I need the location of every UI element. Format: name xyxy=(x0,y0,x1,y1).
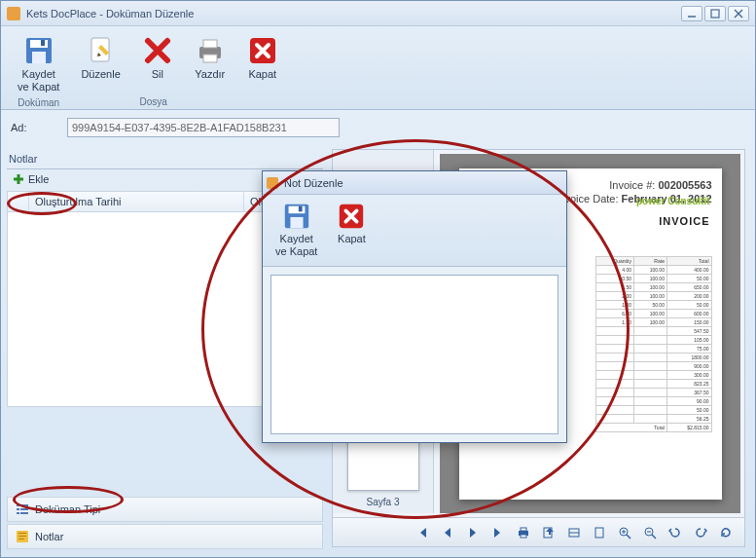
app-icon xyxy=(267,177,278,189)
svg-rect-20 xyxy=(20,512,28,514)
svg-rect-7 xyxy=(41,40,45,46)
window-titlebar: Kets DocPlace - Doküman Düzenle xyxy=(1,1,755,26)
print-page-button[interactable] xyxy=(515,524,532,541)
close-icon xyxy=(337,202,366,231)
ribbon-close-label: Kapat xyxy=(248,68,276,81)
edit-label: Düzenle xyxy=(81,68,120,81)
col-created-date[interactable]: Oluşturulma Tarihi xyxy=(29,192,244,211)
tab-notes[interactable]: Notlar xyxy=(7,524,323,549)
zoom-out-button[interactable] xyxy=(641,524,659,541)
dialog-close-ribbon-button[interactable]: Kapat xyxy=(332,199,371,262)
svg-rect-31 xyxy=(595,528,603,538)
list-icon xyxy=(16,502,29,516)
dialog-close-label: Kapat xyxy=(338,233,366,245)
app-icon xyxy=(7,7,20,20)
zoom-in-button[interactable] xyxy=(616,524,633,541)
invoice-title: INVOICE xyxy=(659,215,709,227)
dialog-save-close-label: Kaydetve Kapat xyxy=(275,233,317,257)
ribbon-close-button[interactable]: Kapat xyxy=(242,32,283,84)
note-textarea[interactable] xyxy=(270,275,558,434)
svg-rect-23 xyxy=(18,536,26,537)
fit-width-button[interactable] xyxy=(565,524,583,541)
tab-notes-label: Notlar xyxy=(35,531,63,542)
window-title: Kets DocPlace - Doküman Düzenle xyxy=(26,8,679,19)
tab-document-type[interactable]: Doküman Tipi xyxy=(7,497,323,522)
svg-rect-19 xyxy=(17,512,19,514)
name-row: Ad: xyxy=(1,110,755,145)
print-label: Yazdır xyxy=(195,68,225,81)
dialog-titlebar[interactable]: Not Düzenle xyxy=(263,171,566,195)
name-input[interactable] xyxy=(67,118,340,137)
svg-rect-11 xyxy=(203,55,217,62)
save-icon xyxy=(282,202,311,231)
ribbon-group-document: Kaydetve Kapat Doküman xyxy=(7,28,70,109)
add-note-button[interactable]: Ekle xyxy=(7,169,54,189)
svg-rect-17 xyxy=(17,508,19,510)
page-thumbnail-label: Sayfa 3 xyxy=(367,497,400,507)
svg-rect-15 xyxy=(17,504,19,506)
ribbon-group-document-label: Doküman xyxy=(18,95,59,110)
last-page-button[interactable] xyxy=(489,524,507,541)
svg-rect-45 xyxy=(290,217,303,228)
svg-rect-27 xyxy=(521,535,526,538)
invoice-table: Quantity Rate Total 4.00100.00400.000.50… xyxy=(595,256,712,432)
refresh-button[interactable] xyxy=(717,524,735,541)
close-button[interactable] xyxy=(728,6,749,21)
delete-label: Sil xyxy=(152,68,163,81)
svg-rect-22 xyxy=(18,533,26,534)
rotate-right-button[interactable] xyxy=(692,524,709,541)
save-close-label: Kaydetve Kapat xyxy=(18,68,59,93)
svg-line-33 xyxy=(627,535,630,539)
svg-line-37 xyxy=(652,535,656,539)
close-icon xyxy=(247,35,278,66)
svg-rect-44 xyxy=(288,206,305,214)
svg-rect-16 xyxy=(20,504,28,506)
edit-icon xyxy=(86,35,117,66)
prev-page-button[interactable] xyxy=(439,524,456,541)
maximize-button[interactable] xyxy=(704,6,726,21)
minimize-button[interactable] xyxy=(681,6,702,21)
tab-document-type-label: Doküman Tipi xyxy=(35,503,100,515)
notes-header: Notlar xyxy=(7,149,323,169)
plus-icon xyxy=(13,173,24,185)
ribbon: Kaydetve Kapat Doküman Düzenle Sil xyxy=(1,26,755,110)
save-close-button[interactable]: Kaydetve Kapat xyxy=(13,32,64,95)
svg-rect-46 xyxy=(299,206,303,212)
svg-rect-18 xyxy=(20,508,28,510)
note-icon xyxy=(16,530,29,543)
dialog-ribbon: Kaydetve Kapat Kapat xyxy=(263,195,566,267)
edit-note-dialog: Not Düzenle Kaydetve Kapat Kapat xyxy=(262,170,567,443)
dialog-title: Not Düzenle xyxy=(284,177,562,189)
fit-page-button[interactable] xyxy=(591,524,608,541)
svg-rect-24 xyxy=(18,539,24,539)
svg-rect-1 xyxy=(711,10,719,18)
ribbon-group-file-label: Dosya xyxy=(139,94,166,109)
add-note-label: Ekle xyxy=(28,173,49,185)
rotate-left-button[interactable] xyxy=(666,524,684,541)
delete-button[interactable]: Sil xyxy=(137,32,178,84)
dialog-save-close-button[interactable]: Kaydetve Kapat xyxy=(270,199,322,262)
delete-icon xyxy=(142,35,173,66)
svg-rect-26 xyxy=(521,528,526,531)
print-icon xyxy=(195,35,226,66)
export-button[interactable] xyxy=(540,524,558,541)
edit-button[interactable]: Düzenle xyxy=(76,32,125,84)
next-page-button[interactable] xyxy=(464,524,482,541)
first-page-button[interactable] xyxy=(414,524,431,541)
ribbon-group-file: Düzenle Sil Yazdır Dosya xyxy=(70,28,235,109)
svg-rect-6 xyxy=(32,52,46,63)
svg-rect-10 xyxy=(203,40,217,48)
invoice-logo: power Consultit xyxy=(636,196,710,206)
name-label: Ad: xyxy=(11,122,54,133)
ribbon-group-close: Kapat xyxy=(236,28,289,109)
viewer-toolbar xyxy=(333,517,744,546)
svg-rect-5 xyxy=(30,40,48,48)
print-button[interactable]: Yazdır xyxy=(190,32,231,84)
save-icon xyxy=(23,35,54,66)
